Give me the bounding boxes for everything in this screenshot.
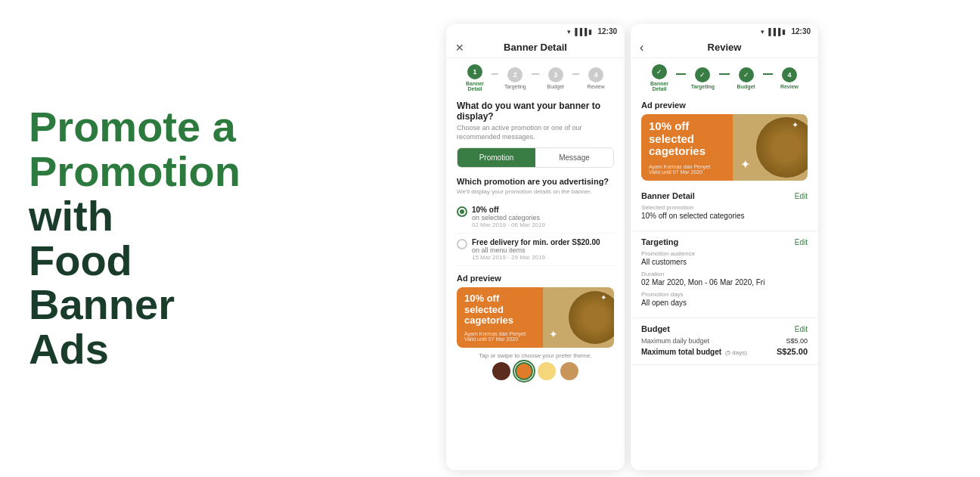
step2-item: 2 Targeting [498,67,532,89]
promo1-name: 10% off [472,206,545,214]
ad-sub-line2: Valid until 07 Mar 2020 [464,336,535,342]
theme-dot-2[interactable] [515,362,533,380]
headline-line3: with [29,192,113,240]
theme-dot-1[interactable] [492,362,510,380]
review-banner-detail-title: Banner Detail [641,191,695,200]
r-step2-label: Targeting [686,84,719,89]
review-targeting-header: Targeting Edit [641,237,808,246]
max-total-days: (5 days) [725,349,747,356]
phone1-header: ✕ Banner Detail [446,37,625,58]
promo1-date: 02 Mar 2019 - 06 Mar 2019 [472,221,545,228]
phone1-status-icons: ▾ ▐▐▐ ▮ [567,28,592,36]
edit-budget-link[interactable]: Edit [795,325,808,333]
step1-circle: 1 [467,64,482,79]
step3-label: Budget [539,84,572,89]
review-ad-preview-label: Ad preview [641,101,808,110]
r-step4-item: 4 Review [773,67,806,89]
step2-circle: 2 [507,67,523,82]
ad-banner-title: 10% offselectedcagetories [464,293,535,326]
phone2-header-title: Review [708,42,742,53]
close-icon[interactable]: ✕ [455,42,464,54]
r-step1-label: Banner Detail [643,81,676,91]
headline-line6: Ads [29,325,109,373]
theme-dot-3[interactable] [538,362,556,380]
review-ad-right: ✦ ✦ [733,114,808,181]
phone1-time: 12:30 [597,27,617,36]
promotion-toggle-btn[interactable]: Promotion [457,148,535,167]
promo-text-2: Free delivery for min. order S$20.00 on … [472,238,600,261]
left-panel: Promote a Promotion with Food Banner Ads [0,0,446,477]
edit-banner-link[interactable]: Edit [795,192,808,200]
promo-hint: We'll display your promotion details on … [457,188,614,195]
promo-text-1: 10% off on selected categories 02 Mar 20… [472,206,545,228]
battery2-icon: ▮ [782,28,786,36]
review-budget-section: Budget Edit Maximum daily budget S$5.00 … [631,318,818,365]
back-icon[interactable]: ‹ [640,41,644,54]
ad-banner-left: 10% offselectedcagetories Ayam Kremas da… [457,287,543,348]
edit-targeting-link[interactable]: Edit [795,238,808,246]
sparkle2-icon: ✦ [600,293,606,302]
max-total-label: Maximum total budget (5 days) [641,348,747,356]
review-budget-title: Budget [641,324,670,333]
step3-circle: 3 [548,67,563,82]
signal2-icon: ▐▐▐ [766,28,780,36]
max-daily-row: Maximum daily budget S$5.00 [641,337,808,345]
ad-banner-right: ✦ ✦ [543,287,614,348]
r-step1-item: ✓ Banner Detail [643,64,676,91]
step-line-1-2 [492,73,498,75]
phone1-ad-preview-label: Ad preview [457,274,614,283]
review-banner-detail-header: Banner Detail Edit [641,191,808,200]
step4-label: Review [579,84,612,89]
review-ad-sub: Ayam Kremas dan Penyet Valid until 07 Ma… [649,164,725,175]
promo2-desc: on all menu items [472,246,600,254]
duration-label: Duration [641,271,808,277]
promo-item-2[interactable]: Free delivery for min. order S$20.00 on … [457,234,614,266]
r-step4-label: Review [773,84,806,89]
promo-question: Which promotion are you advertising? [457,177,614,186]
r-step4-circle: 4 [782,67,797,82]
step4-item: 4 Review [579,67,612,89]
phone1-mockup: ▾ ▐▐▐ ▮ 12:30 ✕ Banner Detail 1 Banner D… [446,24,625,470]
r-step1-check: ✓ [652,64,667,79]
promo1-desc: on selected categories [472,214,545,221]
battery-icon: ▮ [588,28,592,36]
review-ad-title-text: 10% offselectedcagetories [649,120,725,158]
theme-dot-4[interactable] [560,362,578,380]
wifi-icon: ▾ [567,28,571,36]
review-ad-preview: Ad preview 10% offselectedcagetories Aya… [631,94,818,185]
review-targeting-section: Targeting Edit Promotion audience All cu… [631,231,818,318]
review-ad-sub1: Ayam Kremas dan Penyet [649,164,725,169]
review-ad-banner: 10% offselectedcagetories Ayam Kremas da… [641,114,808,181]
step1-label: Banner Detail [458,81,492,91]
phone1-content: What do you want your banner to display?… [446,94,625,391]
selected-promo-value: 10% off on selected categories [641,212,808,220]
review-ad-left: 10% offselectedcagetories Ayam Kremas da… [641,114,733,181]
r-step-line-1-2 [676,73,686,75]
phone2-mockup: ▾ ▐▐▐ ▮ 12:30 ‹ Review ✓ Banner Detail ✓… [631,24,818,470]
sparkle-icon: ✦ [549,328,558,340]
phone2-time: 12:30 [791,27,811,36]
headline-line5: Banner [29,280,175,328]
duration-value: 02 Mar 2020, Mon - 06 Mar 2020, Fri [641,278,808,287]
r-step3-label: Budget [730,84,763,89]
phone2-header: ‹ Review [631,37,818,58]
phone1-step-indicator: 1 Banner Detail 2 Targeting 3 Budget 4 R… [446,58,625,94]
review-banner-detail-section: Banner Detail Edit Selected promotion 10… [631,185,818,231]
r-step3-check: ✓ [739,67,754,82]
review-sparkle1-icon: ✦ [740,157,750,172]
selected-promo-label: Selected promotion [641,204,808,211]
phone2-status-icons: ▾ ▐▐▐ ▮ [761,28,786,36]
promo-days-value: All open days [641,299,808,307]
promo-item-1[interactable]: 10% off on selected categories 02 Mar 20… [457,201,614,234]
message-toggle-btn[interactable]: Message [535,148,613,167]
max-total-value: S$25.00 [777,347,808,356]
radio-2 [457,239,467,249]
review-targeting-title: Targeting [641,237,678,246]
step-line-3-4 [572,73,579,75]
review-food-circle [756,117,808,178]
r-step-line-2-3 [719,73,729,75]
phone1-header-title: Banner Detail [504,42,567,53]
phone1-toggle-group: Promotion Message [457,147,614,168]
phone2-step-indicator: ✓ Banner Detail ✓ Targeting ✓ Budget 4 R… [631,58,818,94]
headline: Promote a Promotion with Food Banner Ads [29,105,240,372]
